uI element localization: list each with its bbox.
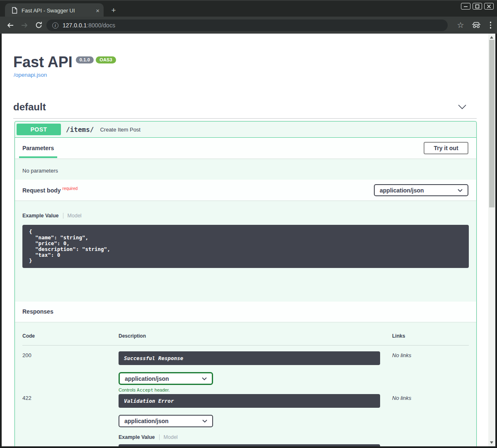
response-code-422: 422 (22, 395, 32, 401)
no-parameters-text: No parameters (22, 168, 58, 174)
response-200-links: No links (392, 352, 411, 358)
operation-summary[interactable]: POST /items/ Create Item Post (15, 122, 476, 138)
accept-header-note: Controls Accept header. (119, 387, 170, 393)
openapi-spec-link[interactable]: /openapi.json (14, 72, 47, 78)
accept-note-suffix: header. (153, 387, 170, 392)
required-marker: required (63, 186, 78, 191)
responses-title: Responses (22, 308, 53, 315)
request-body-label: Request bodyrequired (22, 186, 78, 194)
parameters-section-header: Parameters Try it out (15, 138, 476, 158)
version-badge: 0.1.0 (76, 56, 94, 63)
response-422-links: No links (392, 395, 411, 401)
request-media-type-value: application/json (380, 187, 424, 194)
request-body-section-header: Request bodyrequired application/json (15, 180, 476, 200)
tab-separator (63, 213, 63, 219)
try-it-out-button[interactable]: Try it out (424, 142, 468, 154)
select-chevron-icon (458, 189, 463, 192)
api-title-text: Fast API (13, 54, 73, 71)
response-422-media-type-value: application/json (124, 418, 169, 424)
incognito-icon (472, 22, 481, 28)
reload-button[interactable] (32, 19, 45, 32)
request-example-code: { "name": "string", "price": 0, "descrip… (22, 225, 469, 268)
tag-section-title[interactable]: default (13, 101, 46, 113)
page-favicon-icon (12, 7, 17, 14)
select-chevron-icon (202, 377, 207, 380)
request-body-label-text: Request body (22, 187, 61, 194)
address-bar[interactable]: i 127.0.0.1:8000/docs (46, 19, 448, 31)
collapse-chevron-icon[interactable] (458, 104, 467, 110)
responses-section-header: Responses (15, 302, 476, 322)
model-tab[interactable]: Model (68, 213, 82, 219)
response-422-media-type-select[interactable]: application/json (119, 415, 213, 427)
toolbar-actions: ☆ (457, 17, 493, 34)
request-example-tabs: Example Value Model (22, 213, 82, 219)
parameters-tab-underline (19, 156, 57, 158)
browser-tab[interactable]: Fast API - Swagger UI × (5, 3, 104, 17)
url-path: :8000/docs (87, 22, 115, 29)
tab-title: Fast API - Swagger UI (22, 7, 92, 14)
maximize-button[interactable] (473, 3, 482, 10)
back-button[interactable] (4, 19, 17, 32)
close-window-button[interactable] (484, 3, 494, 10)
browser-menu-icon[interactable] (488, 22, 493, 29)
accept-note-prefix: Controls (119, 387, 137, 392)
response-example-tabs: Example Value Model (119, 434, 178, 440)
tag-divider (13, 118, 477, 119)
browser-toolbar: i 127.0.0.1:8000/docs ☆ (0, 17, 497, 34)
select-chevron-icon (202, 419, 207, 423)
operation-description: Create Item Post (100, 127, 141, 133)
response-code-200: 200 (22, 352, 32, 358)
accept-note-mono: Accept (137, 387, 153, 393)
response-200-description: Successful Response (119, 351, 380, 365)
post-method-badge: POST (17, 124, 61, 135)
response-example-code (119, 444, 380, 446)
model-tab[interactable]: Model (164, 434, 178, 440)
example-value-tab[interactable]: Example Value (22, 213, 59, 219)
column-header-links: Links (392, 333, 405, 339)
request-media-type-select[interactable]: application/json (374, 184, 468, 196)
page-scrollbar[interactable] (488, 34, 495, 446)
url-host: 127.0.0.1 (63, 22, 87, 29)
tab-close-icon[interactable]: × (96, 7, 99, 14)
responses-table-divider (22, 345, 469, 346)
url-text: 127.0.0.1:8000/docs (63, 22, 115, 29)
window-controls (461, 3, 494, 10)
post-items-opblock: POST /items/ Create Item Post Parameters… (15, 121, 477, 446)
tab-separator (159, 434, 160, 440)
operation-path: /items/ (66, 126, 94, 134)
minimize-button[interactable] (461, 3, 470, 10)
response-422-description: Validation Error (119, 394, 380, 408)
tab-bar: Fast API - Swagger UI × + (0, 0, 497, 17)
bookmark-star-icon[interactable]: ☆ (457, 20, 464, 30)
swagger-page: Fast API0.1.0OAS3 /openapi.json default … (2, 34, 488, 446)
scrollbar-thumb[interactable] (489, 40, 495, 207)
example-value-tab[interactable]: Example Value (119, 434, 155, 440)
browser-window: Fast API - Swagger UI × + i (0, 0, 497, 448)
response-200-media-type-select[interactable]: application/json (119, 372, 213, 385)
scrollbar-up-arrow-icon[interactable] (490, 36, 493, 39)
api-title: Fast API0.1.0OAS3 (13, 54, 116, 71)
new-tab-button[interactable]: + (109, 6, 119, 16)
scrollbar-down-arrow-icon[interactable] (490, 441, 493, 444)
forward-button[interactable] (18, 19, 31, 32)
column-header-description: Description (119, 333, 146, 339)
response-200-media-type-value: application/json (125, 375, 169, 382)
site-info-icon[interactable]: i (52, 22, 58, 29)
parameters-tab[interactable]: Parameters (22, 145, 54, 151)
column-header-code: Code (22, 333, 35, 339)
oas3-badge: OAS3 (96, 56, 116, 63)
